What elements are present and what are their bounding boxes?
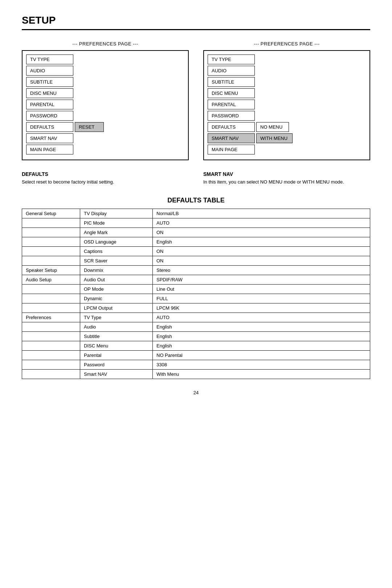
smart-nav-desc-title: SMART NAV (203, 171, 370, 177)
table-row: PreferencesTV TypeAUTO (22, 313, 370, 322)
table-category (22, 341, 80, 350)
table-value: ON (153, 227, 370, 237)
table-category (22, 369, 80, 379)
right-smart-nav[interactable]: SMART NAV (208, 133, 255, 143)
table-row: DISC MenuEnglish (22, 341, 370, 350)
table-setting: SCR Saver (80, 256, 153, 265)
table-row: DynamicFULL (22, 294, 370, 303)
table-category (22, 227, 80, 237)
table-category: General Setup (22, 209, 80, 218)
table-value: 3308 (153, 360, 370, 369)
right-with-menu-button[interactable]: WITH MENU (256, 133, 293, 143)
right-defaults[interactable]: DEFAULTS (208, 122, 255, 132)
right-tv-type[interactable]: TV TYPE (208, 55, 255, 64)
table-value: ON (153, 256, 370, 265)
pref-right-box: TV TYPE AUDIO SUBTITLE DISC MENU PARENTA… (203, 50, 370, 160)
table-value: English (153, 331, 370, 341)
table-value: English (153, 322, 370, 331)
smart-nav-desc-text: In this item, you can select NO MENU mod… (203, 178, 370, 186)
table-setting: Dynamic (80, 294, 153, 303)
right-subtitle[interactable]: SUBTITLE (208, 77, 255, 87)
left-defaults[interactable]: DEFAULTS (26, 122, 73, 132)
table-category (22, 218, 80, 227)
table-setting: TV Display (80, 209, 153, 218)
table-row: OSD LanguageEnglish (22, 237, 370, 246)
table-row: AudioEnglish (22, 322, 370, 331)
table-value: English (153, 341, 370, 350)
table-row: Smart NAVWith Menu (22, 369, 370, 379)
table-setting: Password (80, 360, 153, 369)
right-parental[interactable]: PARENTAL (208, 100, 255, 109)
table-row: SubtitleEnglish (22, 331, 370, 341)
table-value: AUTO (153, 218, 370, 227)
defaults-description: DEFAULTS Select reset to become factory … (22, 171, 189, 186)
left-parental[interactable]: PARENTAL (26, 100, 73, 109)
defaults-table-title: DEFAULTS TABLE (22, 197, 370, 204)
defaults-desc-title: DEFAULTS (22, 171, 189, 177)
table-row: Audio SetupAudio OutSPDIF/RAW (22, 275, 370, 284)
right-password[interactable]: PASSWORD (208, 111, 255, 121)
table-category (22, 294, 80, 303)
table-value: English (153, 237, 370, 246)
table-value: Stereo (153, 265, 370, 275)
table-category (22, 284, 80, 294)
table-row: LPCM OutputLPCM 96K (22, 303, 370, 313)
left-smart-nav[interactable]: SMART NAV (26, 133, 73, 143)
table-setting: Subtitle (80, 331, 153, 341)
table-category (22, 331, 80, 341)
table-value: FULL (153, 294, 370, 303)
page-number: 24 (22, 390, 370, 395)
table-row: Angle MarkON (22, 227, 370, 237)
table-category (22, 350, 80, 360)
table-category (22, 256, 80, 265)
right-disc-menu[interactable]: DISC MENU (208, 88, 255, 98)
right-audio[interactable]: AUDIO (208, 66, 255, 76)
table-row: SCR SaverON (22, 256, 370, 265)
left-disc-menu[interactable]: DISC MENU (26, 88, 73, 98)
table-setting: Angle Mark (80, 227, 153, 237)
table-value: NO Parental (153, 350, 370, 360)
page-title: SETUP (22, 15, 370, 30)
left-main-page[interactable]: MAIN PAGE (26, 145, 73, 154)
table-setting: Audio (80, 322, 153, 331)
left-password[interactable]: PASSWORD (26, 111, 73, 121)
right-defaults-row: DEFAULTS NO MENU (208, 122, 366, 132)
table-setting: PIC Mode (80, 218, 153, 227)
right-no-menu-button[interactable]: NO MENU (256, 122, 289, 132)
left-audio[interactable]: AUDIO (26, 66, 73, 76)
table-setting: Audio Out (80, 275, 153, 284)
defaults-desc-text: Select reset to become factory initial s… (22, 178, 189, 186)
table-value: With Menu (153, 369, 370, 379)
pref-right-column: --- PREFERENCES PAGE --- TV TYPE AUDIO S… (203, 41, 370, 160)
table-value: LPCM 96K (153, 303, 370, 313)
table-category: Speaker Setup (22, 265, 80, 275)
defaults-table: General SetupTV DisplayNormal/LBPIC Mode… (22, 209, 370, 379)
table-setting: DISC Menu (80, 341, 153, 350)
table-setting: TV Type (80, 313, 153, 322)
table-value: SPDIF/RAW (153, 275, 370, 284)
table-row: General SetupTV DisplayNormal/LB (22, 209, 370, 218)
left-reset-button[interactable]: RESET (75, 122, 104, 132)
table-category: Audio Setup (22, 275, 80, 284)
preferences-section: --- PREFERENCES PAGE --- TV TYPE AUDIO S… (22, 41, 370, 160)
table-value: Line Out (153, 284, 370, 294)
table-category (22, 237, 80, 246)
smart-nav-description: SMART NAV In this item, you can select N… (203, 171, 370, 186)
table-setting: Downmix (80, 265, 153, 275)
pref-right-label: --- PREFERENCES PAGE --- (203, 41, 370, 47)
table-setting: OP Mode (80, 284, 153, 294)
table-value: ON (153, 246, 370, 256)
table-row: PIC ModeAUTO (22, 218, 370, 227)
left-tv-type[interactable]: TV TYPE (26, 55, 73, 64)
table-row: OP ModeLine Out (22, 284, 370, 294)
pref-left-label: --- PREFERENCES PAGE --- (22, 41, 189, 47)
right-main-page[interactable]: MAIN PAGE (208, 145, 255, 154)
table-setting: Smart NAV (80, 369, 153, 379)
table-category: Preferences (22, 313, 80, 322)
table-row: Password3308 (22, 360, 370, 369)
left-defaults-row: DEFAULTS RESET (26, 122, 184, 132)
table-setting: OSD Language (80, 237, 153, 246)
left-subtitle[interactable]: SUBTITLE (26, 77, 73, 87)
table-category (22, 322, 80, 331)
table-row: Speaker SetupDownmixStereo (22, 265, 370, 275)
